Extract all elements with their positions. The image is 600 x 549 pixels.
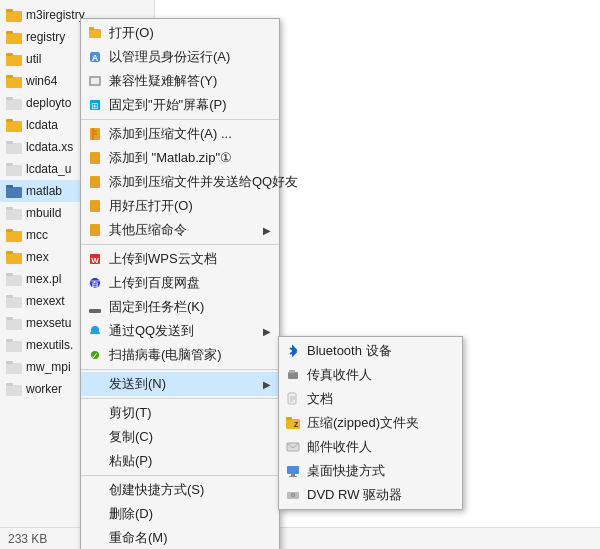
shortcut-icon — [87, 482, 103, 498]
paste-icon — [87, 453, 103, 469]
svg-rect-37 — [89, 27, 94, 30]
mail-icon — [285, 439, 301, 455]
menu-rename[interactable]: 重命名(M) — [81, 526, 279, 549]
svg-rect-27 — [6, 295, 13, 298]
desktop-icon — [285, 463, 301, 479]
svg-rect-0 — [6, 11, 22, 22]
svg-rect-17 — [6, 185, 13, 188]
submenu-mail[interactable]: 邮件收件人 — [279, 435, 462, 459]
send-to-icon — [87, 376, 103, 392]
svg-rect-62 — [288, 372, 298, 379]
svg-rect-34 — [6, 385, 22, 396]
taskbar-icon — [87, 299, 103, 315]
zip2-icon — [87, 150, 103, 166]
svg-rect-11 — [6, 119, 13, 122]
submenu-bluetooth[interactable]: Bluetooth 设备 — [279, 339, 462, 363]
menu-taskbar[interactable]: 固定到任务栏(K) — [81, 295, 279, 319]
svg-rect-5 — [6, 53, 13, 56]
menu-add-zip-qq[interactable]: 添加到压缩文件并发送给QQ好友 — [81, 170, 279, 194]
context-menu: 打开(O) A 以管理员身份运行(A) 兼容性疑难解答(Y) ⊞ 固定到"开始"… — [80, 18, 280, 549]
svg-rect-21 — [6, 229, 13, 232]
open-icon — [87, 25, 103, 41]
menu-add-zip[interactable]: 添加到压缩文件(A) ... — [81, 122, 279, 146]
svg-rect-10 — [6, 121, 22, 132]
svg-point-59 — [96, 332, 100, 334]
svg-rect-41 — [91, 78, 99, 84]
zip-icon — [87, 126, 103, 142]
svg-rect-50 — [90, 200, 100, 212]
submenu-dvd[interactable]: DVD RW 驱动器 — [279, 483, 462, 507]
svg-rect-18 — [6, 209, 22, 220]
svg-point-77 — [292, 494, 294, 496]
svg-rect-74 — [289, 476, 297, 477]
cut-icon — [87, 405, 103, 421]
svg-rect-35 — [6, 383, 13, 386]
svg-rect-30 — [6, 341, 22, 352]
submenu-desktop[interactable]: 桌面快捷方式 — [279, 459, 462, 483]
svg-rect-8 — [6, 99, 22, 110]
menu-delete[interactable]: 删除(D) — [81, 502, 279, 526]
menu-run-as-admin[interactable]: A 以管理员身份运行(A) — [81, 45, 279, 69]
menu-wps[interactable]: W 上传到WPS云文档 — [81, 247, 279, 271]
svg-text:百: 百 — [91, 280, 99, 289]
svg-rect-72 — [287, 466, 299, 474]
svg-rect-16 — [6, 187, 22, 198]
submenu-arrow-qq: ▶ — [263, 326, 271, 337]
svg-rect-48 — [90, 152, 100, 164]
baidu-icon: 百 — [87, 275, 103, 291]
menu-pin-start[interactable]: ⊞ 固定到"开始"屏幕(P) — [81, 93, 279, 117]
menu-paste[interactable]: 粘贴(P) — [81, 449, 279, 473]
svg-text:✓: ✓ — [91, 351, 99, 361]
svg-rect-23 — [6, 251, 13, 254]
svg-rect-15 — [6, 163, 13, 166]
compat-icon — [87, 73, 103, 89]
separator-2 — [81, 244, 279, 245]
menu-open-zip[interactable]: 用好压打开(O) — [81, 194, 279, 218]
menu-open[interactable]: 打开(O) — [81, 21, 279, 45]
rename-icon — [87, 530, 103, 546]
copy-icon — [87, 429, 103, 445]
separator-3 — [81, 369, 279, 370]
svg-rect-19 — [6, 207, 13, 210]
pin-icon: ⊞ — [87, 97, 103, 113]
menu-qq-send[interactable]: 通过QQ发送到 ▶ — [81, 319, 279, 343]
zip3-icon — [87, 174, 103, 190]
menu-virus[interactable]: ✓ 扫描病毒(电脑管家) — [81, 343, 279, 367]
svg-rect-1 — [6, 9, 13, 12]
svg-rect-25 — [6, 273, 13, 276]
menu-baidu[interactable]: 百 上传到百度网盘 — [81, 271, 279, 295]
document-icon — [285, 391, 301, 407]
submenu-document[interactable]: 文档 — [279, 387, 462, 411]
menu-cut[interactable]: 剪切(T) — [81, 401, 279, 425]
separator-4 — [81, 398, 279, 399]
submenu-fax[interactable]: 传真收件人 — [279, 363, 462, 387]
svg-rect-31 — [6, 339, 13, 342]
svg-rect-56 — [89, 309, 101, 313]
svg-rect-26 — [6, 297, 22, 308]
svg-rect-24 — [6, 275, 22, 286]
menu-add-zip2[interactable]: 添加到 "Matlab.zip"① — [81, 146, 279, 170]
svg-rect-6 — [6, 77, 22, 88]
svg-rect-29 — [6, 317, 13, 320]
svg-rect-2 — [6, 33, 22, 44]
svg-rect-12 — [6, 143, 22, 154]
menu-compat[interactable]: 兼容性疑难解答(Y) — [81, 69, 279, 93]
zip5-icon — [87, 222, 103, 238]
svg-rect-3 — [6, 31, 13, 34]
svg-rect-63 — [289, 370, 295, 373]
menu-more-zip[interactable]: 其他压缩命令 ▶ — [81, 218, 279, 242]
menu-send-to[interactable]: 发送到(N) ▶ — [81, 372, 279, 396]
svg-rect-20 — [6, 231, 22, 242]
menu-shortcut[interactable]: 创建快捷方式(S) — [81, 478, 279, 502]
svg-rect-13 — [6, 141, 13, 144]
svg-rect-7 — [6, 75, 13, 78]
svg-rect-51 — [90, 224, 100, 236]
svg-rect-49 — [90, 176, 100, 188]
menu-copy[interactable]: 复制(C) — [81, 425, 279, 449]
svg-rect-28 — [6, 319, 22, 330]
bluetooth-icon — [285, 343, 301, 359]
svg-point-58 — [90, 332, 94, 334]
submenu-zipfolder[interactable]: Z 压缩(zipped)文件夹 — [279, 411, 462, 435]
svg-rect-36 — [89, 29, 101, 38]
svg-rect-33 — [6, 361, 13, 364]
